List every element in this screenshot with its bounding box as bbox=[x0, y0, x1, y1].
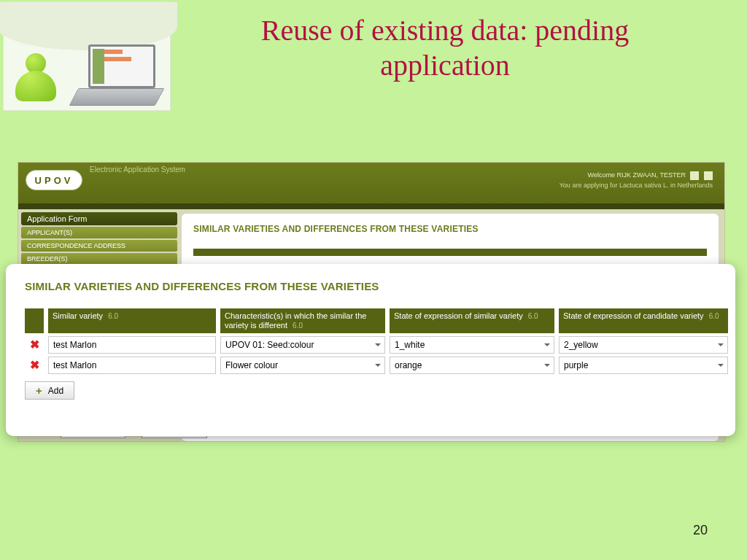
section-heading-bg: SIMILAR VARIETIES AND DIFFERENCES FROM T… bbox=[193, 224, 707, 234]
app-topbar: Electronic Application System UPOV Welco… bbox=[18, 163, 724, 203]
characteristic-combo[interactable]: UPOV 01: Seed:colour bbox=[220, 336, 385, 354]
variety-grid: Similar variety 6.0 Characteristic(s) in… bbox=[25, 308, 716, 400]
delete-row-icon[interactable]: ✖ bbox=[25, 357, 44, 374]
similar-state-combo[interactable]: orange bbox=[390, 357, 554, 374]
person-icon bbox=[15, 53, 56, 104]
section-heading: SIMILAR VARIETIES AND DIFFERENCES FROM T… bbox=[25, 280, 716, 292]
col-head-characteristic: Characteristic(s) in which the similar t… bbox=[220, 308, 385, 333]
col-head-similar-state: State of expression of similar variety 6… bbox=[390, 308, 554, 333]
candidate-state-combo[interactable]: 2_yellow bbox=[559, 336, 728, 354]
sidebar-item-breeders[interactable]: BREEDER(S) bbox=[21, 253, 177, 265]
characteristic-combo[interactable]: Flower colour bbox=[220, 357, 385, 374]
col-head-candidate-state: State of expression of candidate variety… bbox=[559, 308, 728, 333]
plus-icon: + bbox=[36, 384, 42, 397]
sidebar-item-applicants[interactable]: APPLICANT(S) bbox=[21, 227, 177, 238]
home-icon[interactable] bbox=[704, 171, 713, 180]
sidebar-title: Application Form bbox=[21, 212, 177, 225]
variety-input[interactable] bbox=[48, 336, 216, 354]
col-head-variety: Similar variety 6.0 bbox=[48, 308, 216, 333]
col-head-spacer bbox=[25, 308, 44, 333]
breeder-card: Breeder 1 bbox=[3, 1, 171, 111]
welcome-text: Welcome RIJK ZWAAN, TESTER bbox=[560, 171, 713, 180]
add-button-label: Add bbox=[48, 386, 63, 396]
page-number: 20 bbox=[693, 523, 708, 538]
logout-icon[interactable] bbox=[690, 171, 699, 180]
app-logo: UPOV bbox=[26, 170, 82, 190]
sidebar-item-correspondence[interactable]: CORRESPONDENCE ADDRESS bbox=[21, 240, 177, 252]
app-menu-strip bbox=[18, 203, 724, 209]
system-label: Electronic Application System bbox=[90, 166, 185, 174]
variety-input[interactable] bbox=[48, 357, 216, 374]
breeder-card-body bbox=[4, 20, 170, 112]
similar-state-combo[interactable]: 1_white bbox=[390, 336, 554, 354]
delete-row-icon[interactable]: ✖ bbox=[25, 336, 44, 354]
context-text: You are applying for Lactuca sativa L. i… bbox=[560, 182, 713, 189]
laptop-icon bbox=[74, 44, 161, 106]
candidate-state-combo[interactable]: purple bbox=[559, 357, 728, 374]
table-header-strip bbox=[193, 249, 707, 256]
add-button[interactable]: + Add bbox=[25, 381, 74, 400]
slide-title: Reuse of existing data: pending applicat… bbox=[226, 13, 664, 83]
zoom-panel: SIMILAR VARIETIES AND DIFFERENCES FROM T… bbox=[6, 264, 735, 436]
